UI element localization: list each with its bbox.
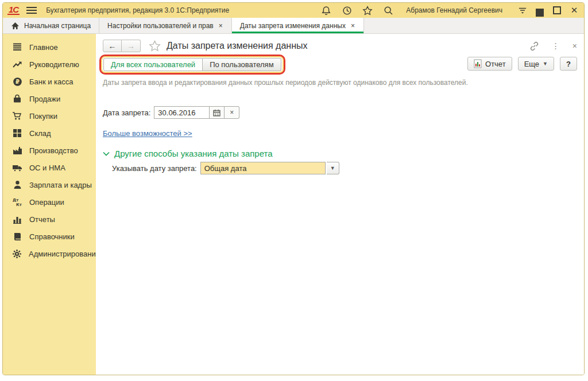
help-button[interactable]: ? [560,57,577,71]
mode-description: Даты запрета ввода и редактирования данн… [103,79,577,87]
cart-icon [12,111,22,121]
sidebar-item-manager[interactable]: Руководителю [3,56,96,73]
for-all-users-button[interactable]: Для всех пользователей [103,58,203,71]
by-users-button[interactable]: По пользователям [203,58,281,71]
app-window: 1С Бухгалтерия предприятия, редакция 3.0… [2,2,585,375]
red-highlight-annotation: Для всех пользователей По пользователям [99,55,285,75]
chevron-expand-icon [103,151,110,156]
home-icon [11,22,20,30]
title-bar: 1С Бухгалтерия предприятия, редакция 3.0… [3,3,584,18]
factory-icon [12,145,22,155]
sidebar-item-purchases[interactable]: Покупки [3,107,96,125]
combo-dropdown-icon[interactable]: ▼ [327,162,339,174]
maximize-button[interactable] [553,6,561,14]
tab-close-icon[interactable]: × [350,22,355,30]
close-form-icon[interactable]: × [572,41,577,50]
more-dots-icon[interactable]: ⋮ [552,41,560,50]
app-title: Бухгалтерия предприятия, редакция 3.0 1С… [46,6,229,14]
svg-text:Кт: Кт [16,203,22,207]
more-actions-button[interactable]: Еще ▼ [518,57,554,71]
service-menu-icon[interactable] [519,6,527,14]
get-link-icon[interactable] [529,41,539,51]
bag-icon [12,94,22,104]
1c-logo: 1С [7,6,20,15]
date-field-label: Дата запрета: [103,108,150,117]
combo-field-label: Указывать дату запрета: [112,164,197,173]
tab-home[interactable]: Начальная страница [3,18,99,33]
pallet-grid-icon [12,128,22,138]
report-button[interactable]: Отчет [467,57,512,71]
svg-text:₽: ₽ [16,79,20,85]
calendar-icon[interactable] [210,106,225,119]
selected-option[interactable]: Общая дата [200,162,326,174]
menu-lines-icon [12,42,22,52]
sidebar-item-warehouse[interactable]: Склад [3,125,96,142]
sidebar-item-administration[interactable]: Администрирование [3,245,96,262]
other-methods-section-header[interactable]: Другие способы указания даты запрета [103,149,577,158]
book-icon [12,231,22,242]
section-sidebar: Главное Руководителю ₽ Банк и касса Прод… [3,34,96,375]
chevron-down-icon: ▼ [543,61,548,67]
search-icon[interactable] [383,5,393,15]
debit-credit-icon: ДтКт [12,197,22,207]
sidebar-item-directories[interactable]: Справочники [3,228,96,245]
sidebar-item-operations[interactable]: ДтКт Операции [3,193,96,211]
sidebar-item-fixed-assets[interactable]: ОС и НМА [3,159,96,176]
clear-date-icon[interactable]: × [225,106,239,119]
sidebar-item-main[interactable]: Главное [3,38,96,56]
truck-icon [12,162,22,173]
close-window-button[interactable]: ✕ [570,6,578,14]
tab-label: Настройки пользователей и прав [107,22,214,30]
minimize-button[interactable] [536,6,544,14]
tab-bar: Начальная страница Настройки пользовател… [3,18,584,34]
content-area: ← → Даты запрета изменения данных ⋮ × [96,34,584,375]
forward-button[interactable]: → [122,40,141,52]
mode-switch: Для всех пользователей По пользователям [103,58,281,71]
tab-restriction-dates[interactable]: Даты запрета изменения данных × [232,18,364,33]
restriction-date-input[interactable] [154,106,210,119]
tab-user-settings[interactable]: Настройки пользователей и прав × [99,18,232,33]
sidebar-item-reports[interactable]: Отчеты [3,211,96,228]
report-icon [474,59,482,68]
bar-chart-icon [12,214,22,224]
gear-icon [12,248,22,259]
favorite-star-icon[interactable] [149,40,161,52]
ruble-circle-icon: ₽ [12,76,22,87]
sidebar-item-bank-cash[interactable]: ₽ Банк и касса [3,73,96,90]
tab-label: Даты запрета изменения данных [240,22,346,30]
back-button[interactable]: ← [103,40,122,52]
history-icon[interactable] [342,5,352,15]
main-menu-icon[interactable] [26,7,37,14]
sidebar-item-payroll-hr[interactable]: Зарплата и кадры [3,176,96,193]
person-icon [12,180,22,190]
tab-close-icon[interactable]: × [218,22,223,30]
notifications-bell-icon[interactable] [321,5,331,15]
page-title: Даты запрета изменения данных [167,41,308,51]
favorites-star-icon[interactable] [362,5,373,15]
more-options-link[interactable]: Больше возможностей >> [103,129,192,138]
tab-label: Начальная страница [24,22,91,30]
restriction-mode-select[interactable]: Общая дата ▼ [200,162,339,174]
sidebar-item-production[interactable]: Производство [3,142,96,159]
svg-text:Дт: Дт [13,198,19,203]
current-user[interactable]: Абрамов Геннадий Сергеевич [406,6,502,14]
trend-chart-icon [12,59,22,69]
sidebar-item-sales[interactable]: Продажи [3,90,96,107]
